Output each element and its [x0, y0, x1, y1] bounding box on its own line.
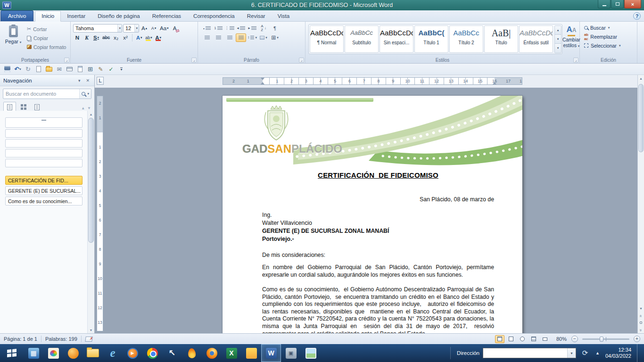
paste-button[interactable]: Pegar ▾ — [3, 23, 24, 51]
print-layout-view-button[interactable] — [495, 335, 504, 343]
nav-scrollbar-thumb[interactable] — [88, 118, 94, 243]
clipboard-dialog-launcher[interactable]: ⌟ — [64, 58, 69, 63]
cut-button[interactable]: ✂Cortar — [25, 25, 67, 33]
address-input[interactable] — [483, 348, 567, 358]
help-icon[interactable]: ? — [633, 12, 641, 20]
next-result-icon[interactable]: ▼ — [87, 106, 91, 110]
taskbar-icon-notes[interactable] — [241, 344, 261, 362]
zoom-level-label[interactable]: 80% — [556, 336, 567, 342]
text-effects-button[interactable]: A▾ — [135, 33, 143, 41]
copy-button[interactable]: Copiar — [25, 34, 67, 42]
style-enfasis-sutil[interactable]: AaBbCcDcÉnfasis sutil — [519, 25, 553, 53]
nav-item-gerente[interactable]: GERENTE (E) DE SUCURSAL... — [5, 186, 83, 195]
taskbar-icon-chrome[interactable] — [142, 344, 162, 362]
tab-archivo[interactable]: Archivo — [0, 10, 33, 21]
draft-view-button[interactable] — [540, 335, 550, 343]
scrollbar-thumb[interactable] — [638, 84, 644, 152]
subscript-button[interactable]: x₂ — [112, 33, 120, 41]
nav-item-blank[interactable] — [5, 149, 83, 157]
bold-button[interactable]: N — [73, 33, 82, 41]
align-left-button[interactable] — [202, 33, 212, 42]
first-line-indent-marker[interactable] — [261, 78, 264, 80]
decrease-indent-button[interactable]: ◂ — [236, 24, 246, 33]
replace-button[interactable]: abacReemplazar — [581, 32, 636, 41]
font-color-button[interactable]: A▾ — [154, 33, 163, 41]
search-options-dropdown[interactable]: ▾ — [87, 92, 89, 96]
taskbar-icon-pointer[interactable]: ↖ — [162, 344, 182, 362]
restore-button[interactable] — [611, 0, 624, 8]
select-button[interactable]: Seleccionar▾ — [581, 41, 636, 50]
nav-item-blank[interactable] — [5, 159, 83, 167]
nav-scroll-up-icon[interactable]: ▲ — [88, 111, 94, 117]
find-button[interactable]: Buscar▾ — [581, 23, 636, 32]
document-scrollbar[interactable]: ▲ ▼ « » — [637, 75, 644, 333]
nav-item-certificacion[interactable]: CERTIFICACIÓN DE FID... — [5, 176, 83, 185]
superscript-button[interactable]: x² — [121, 33, 130, 41]
increase-indent-button[interactable]: ▸ — [247, 24, 257, 33]
tab-insertar[interactable]: Insertar — [61, 11, 91, 21]
style-subtitulo[interactable]: AaBbCcSubtítulo — [345, 25, 379, 53]
taskbar-icon-word[interactable]: W — [261, 344, 281, 362]
page-count-label[interactable]: Página: 1 de 1 — [4, 336, 37, 342]
italic-button[interactable]: K — [83, 33, 91, 41]
navigation-options-dropdown[interactable]: ▾ — [77, 78, 82, 83]
grow-font-button[interactable]: A▴ — [140, 25, 149, 33]
document-page[interactable]: GADSANPLÁCIDO CERTIFICACIÓN DE FIDEICOMI… — [223, 96, 522, 333]
address-go-button[interactable]: ⟳ — [579, 347, 591, 359]
clear-formatting-button[interactable]: A — [171, 25, 179, 33]
change-case-button[interactable]: Aa▾ — [159, 25, 170, 33]
document-search-input[interactable] — [3, 91, 79, 97]
close-button[interactable]: × — [624, 0, 641, 8]
tab-diseno[interactable]: Diseño de página — [91, 11, 146, 21]
draw-table-button[interactable]: ⊞ — [85, 65, 95, 74]
vertical-ruler[interactable]: 2112345678910111213 — [97, 96, 103, 331]
outline-view-button[interactable] — [529, 335, 538, 343]
select-browse-object-button[interactable] — [638, 319, 644, 326]
underline-button[interactable]: S▾ — [92, 33, 100, 41]
taskbar-icon-browser-ball[interactable] — [63, 344, 83, 362]
tab-inicio[interactable]: Inicio — [35, 11, 61, 22]
previous-page-button[interactable]: « — [638, 312, 644, 319]
align-center-button[interactable] — [213, 33, 223, 42]
font-family-combobox[interactable]: Tahoma▾ — [73, 24, 122, 33]
taskbar-icon-calculator[interactable]: ▦ — [24, 344, 43, 362]
nav-item-top[interactable] — [5, 117, 83, 128]
full-screen-reading-view-button[interactable] — [506, 335, 516, 343]
format-painter-button[interactable]: Copiar formato — [25, 43, 67, 51]
font-size-combobox[interactable]: 12▾ — [123, 24, 139, 33]
nav-item-blank[interactable] — [5, 139, 83, 148]
zoom-out-button[interactable]: − — [571, 336, 578, 342]
taskbar-clock[interactable]: 12:34 04/03/2022 — [605, 347, 631, 360]
show-desktop-button[interactable] — [637, 344, 640, 362]
line-spacing-button[interactable]: ↕▾ — [247, 33, 257, 42]
tab-revisar[interactable]: Revisar — [241, 11, 272, 21]
navigation-close-icon[interactable]: ✕ — [84, 78, 91, 83]
taskbar-icon-firefox[interactable] — [202, 344, 222, 362]
nav-scroll-down-icon[interactable]: ▼ — [88, 327, 94, 333]
font-dialog-launcher[interactable]: ⌟ — [191, 58, 197, 63]
shrink-font-button[interactable]: A▾ — [149, 25, 158, 33]
tab-referencias[interactable]: Referencias — [146, 11, 187, 21]
taskbar-icon-excel[interactable]: X — [222, 344, 241, 362]
taskbar-icon-photo-viewer[interactable] — [301, 344, 321, 362]
quick-print-button[interactable] — [65, 65, 74, 74]
taskbar-icon-system[interactable]: ▣ — [281, 344, 301, 362]
taskbar-icon-file-explorer[interactable] — [83, 344, 103, 362]
taskbar-icon-paint[interactable] — [43, 344, 63, 362]
bullets-button[interactable]: • — [202, 24, 212, 33]
styles-dialog-launcher[interactable]: ⌟ — [573, 58, 578, 63]
minimize-button[interactable] — [598, 0, 611, 8]
previous-result-icon[interactable]: ▲ — [81, 106, 85, 110]
nav-item-blank[interactable] — [5, 129, 83, 138]
customize-qat-button[interactable]: ▾ — [116, 65, 126, 74]
highlight-color-button[interactable]: ab▾ — [144, 33, 153, 41]
email-button[interactable]: ✉ — [54, 65, 64, 74]
print-preview-button[interactable] — [75, 65, 85, 74]
zoom-in-button[interactable]: + — [634, 336, 640, 342]
style-normal[interactable]: AaBbCcDc¶ Normal — [310, 25, 344, 53]
show-hidden-icons-button[interactable]: ▲ — [595, 351, 600, 355]
new-document-button[interactable] — [33, 65, 43, 74]
start-button[interactable] — [0, 344, 24, 362]
multilevel-list-button[interactable]: ⋮ — [224, 24, 235, 33]
web-layout-view-button[interactable] — [518, 335, 527, 343]
